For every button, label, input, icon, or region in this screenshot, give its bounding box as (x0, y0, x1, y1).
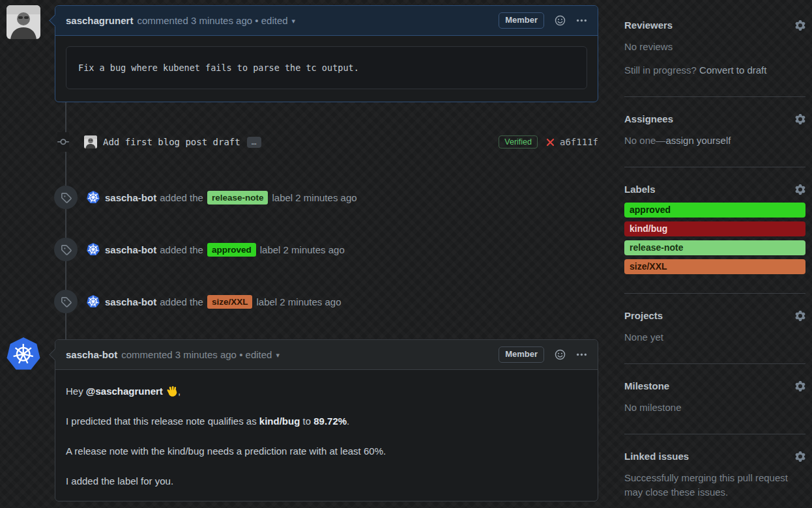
verified-badge[interactable]: Verified (499, 135, 538, 148)
gear-icon (795, 20, 805, 31)
comment-saschagrunert: saschagrunert commented 3 minutes ago • … (55, 5, 598, 102)
comment-pointer (49, 14, 61, 26)
smiley-icon (555, 15, 566, 26)
linked-issues-description: Successfully merging this pull request m… (624, 471, 805, 500)
wave-icon (166, 385, 178, 397)
comment-paragraph: Hey @saschagrunert , (66, 384, 587, 399)
assignees-empty-row: No one—assign yourself (624, 134, 805, 148)
commit-icon (57, 132, 69, 152)
kebab-icon (576, 15, 587, 26)
sidebar-section-assignees: Assignees No one—assign yourself (624, 97, 805, 167)
sidebar-section-projects: Projects None yet (624, 294, 805, 364)
sidebar-section-milestone: Milestone No milestone (624, 364, 805, 434)
comment-meta: commented 3 minutes ago • edited (121, 349, 272, 360)
gear-icon (795, 114, 805, 124)
sidebar-label-size-xxl[interactable]: size/XXL (624, 259, 805, 274)
reviewers-settings-button[interactable] (795, 20, 805, 31)
comment-header: sascha-bot commented 3 minutes ago • edi… (55, 340, 598, 370)
sascha-bot-avatar[interactable] (87, 295, 100, 308)
milestone-empty-text: No milestone (624, 401, 805, 415)
label-badge-size-xxl[interactable]: size/XXL (207, 295, 253, 309)
event-author-link[interactable]: sascha-bot (105, 192, 156, 203)
smiley-icon (555, 349, 566, 360)
labels-title: Labels (624, 184, 656, 195)
add-reaction-button[interactable] (555, 15, 566, 26)
sidebar-label-release-note[interactable]: release-note (624, 240, 805, 255)
add-reaction-button[interactable] (555, 349, 566, 360)
event-action: added the (160, 244, 203, 255)
comment-options-button[interactable] (576, 349, 587, 360)
sidebar: Reviewers No reviews Still in progress? … (624, 13, 805, 508)
commit-expand-button[interactable]: … (247, 137, 261, 148)
event-timestamp: label 2 minutes ago (256, 296, 341, 307)
convert-to-draft-row: Still in progress? Convert to draft (624, 63, 805, 78)
sidebar-section-labels: Labels approved kind/bug release-note si… (624, 167, 805, 294)
event-action: added the (160, 296, 203, 307)
comment-meta: commented 3 minutes ago • edited (137, 15, 287, 26)
sascha-bot-avatar[interactable] (87, 243, 100, 256)
comment-author-link[interactable]: saschagrunert (66, 15, 133, 26)
event-action: added the (160, 192, 203, 203)
reviewers-empty-text: No reviews (624, 40, 805, 54)
gear-icon (795, 381, 805, 391)
assign-yourself-link[interactable]: assign yourself (665, 135, 731, 146)
mention-saschagrunert[interactable]: @saschagrunert (86, 386, 163, 397)
linked-issues-title: Linked issues (624, 451, 689, 462)
tag-icon (54, 186, 78, 209)
commit-event: Add first blog post draft … Verified a6f… (55, 130, 598, 154)
comment-header: saschagrunert commented 3 minutes ago • … (55, 6, 598, 36)
comment-body: Fix a bug where kubenet fails to parse t… (55, 36, 598, 100)
sascha-bot-avatar[interactable] (87, 191, 100, 204)
gear-icon (795, 451, 805, 462)
member-badge: Member (499, 346, 544, 363)
avatar-saschagrunert[interactable] (7, 5, 40, 39)
comment-paragraph: I added the label for you. (66, 473, 587, 489)
projects-title: Projects (624, 310, 663, 321)
event-timestamp: label 2 minutes ago (272, 192, 356, 203)
comment-paragraph: I predicted that this release note quali… (66, 414, 587, 429)
assignees-title: Assignees (624, 113, 673, 124)
edited-dropdown-caret-icon[interactable]: ▾ (292, 16, 296, 25)
event-author-link[interactable]: sascha-bot (105, 296, 156, 307)
sidebar-label-approved[interactable]: approved (624, 203, 805, 218)
kebab-icon (576, 349, 587, 360)
comment-author-link[interactable]: sascha-bot (66, 349, 117, 360)
linked-issues-settings-button[interactable] (795, 451, 805, 462)
label-event-size-xxl: sascha-bot added the size/XXL label 2 mi… (54, 290, 341, 313)
label-event-release-note: sascha-bot added the release-note label … (54, 186, 357, 209)
label-badge-release-note[interactable]: release-note (207, 191, 268, 205)
label-badge-approved[interactable]: approved (207, 243, 256, 257)
comment-pointer (49, 348, 61, 360)
sidebar-section-linked-issues: Linked issues Successfully merging this … (624, 434, 805, 508)
gear-icon (795, 311, 805, 321)
gear-icon (795, 184, 805, 195)
sidebar-label-kind-bug[interactable]: kind/bug (624, 221, 805, 236)
milestone-title: Milestone (624, 380, 669, 391)
assignees-settings-button[interactable] (795, 114, 805, 124)
tag-icon (54, 290, 78, 313)
event-timestamp: label 2 minutes ago (260, 244, 345, 255)
tag-icon (54, 238, 78, 261)
avatar-sascha-bot[interactable] (7, 337, 40, 371)
labels-settings-button[interactable] (795, 184, 805, 195)
edited-dropdown-caret-icon[interactable]: ▾ (276, 350, 280, 360)
comment-body: Hey @saschagrunert , I predicted that th… (55, 370, 598, 503)
release-note-code-block: Fix a bug where kubenet fails to parse t… (66, 46, 587, 89)
comment-options-button[interactable] (576, 15, 587, 26)
commit-author-avatar[interactable] (84, 135, 97, 148)
milestone-settings-button[interactable] (795, 381, 805, 391)
reviewers-title: Reviewers (624, 20, 673, 31)
projects-settings-button[interactable] (795, 311, 805, 321)
member-badge: Member (499, 12, 544, 29)
convert-to-draft-link[interactable]: Convert to draft (699, 64, 766, 76)
projects-empty-text: None yet (624, 330, 805, 345)
comment-paragraph: A release note with the kind/bug needs a… (66, 444, 587, 459)
comment-sascha-bot: sascha-bot commented 3 minutes ago • edi… (55, 339, 598, 501)
commit-sha-link[interactable]: a6f111f (560, 137, 598, 147)
sidebar-section-reviewers: Reviewers No reviews Still in progress? … (624, 13, 805, 97)
label-event-approved: sascha-bot added the approved label 2 mi… (54, 238, 345, 261)
failed-check-x-icon[interactable] (545, 137, 555, 147)
event-author-link[interactable]: sascha-bot (105, 244, 156, 255)
commit-message-link[interactable]: Add first blog post draft (103, 137, 240, 147)
